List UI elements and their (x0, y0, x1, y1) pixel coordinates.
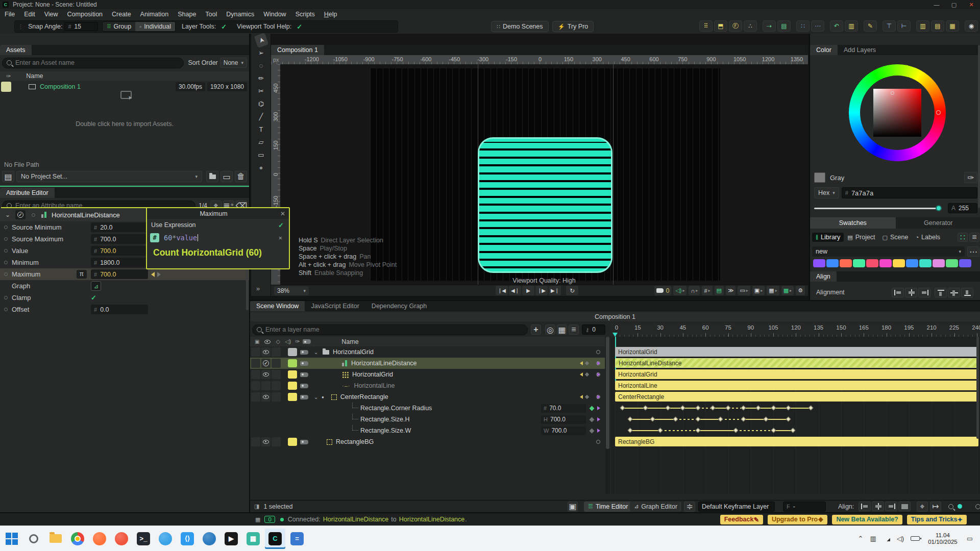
connect-circle[interactable] (4, 237, 8, 241)
keyframe-diamond[interactable] (695, 406, 700, 411)
tag-icon[interactable] (300, 361, 308, 366)
keyframe-diamond[interactable] (695, 417, 700, 422)
autocomplete-suggestion[interactable]: Count HorizontalGrid (60) (153, 247, 289, 258)
whiteboard-icon[interactable]: ▦ (243, 529, 263, 549)
project-set-select[interactable]: No Project Set... ▾ (16, 171, 202, 182)
tray-expand-icon[interactable]: ⌃ (858, 535, 864, 542)
prev-keyframe-icon[interactable] (580, 372, 583, 377)
card-columns-icon[interactable]: ▥ (845, 20, 858, 32)
align-middle-icon[interactable]: ⊢ (897, 20, 911, 32)
kf-align-left-button[interactable] (859, 502, 871, 511)
search-button[interactable] (23, 529, 44, 549)
keyframe-dot-icon[interactable] (585, 372, 589, 377)
lock-cell[interactable] (251, 347, 260, 357)
new-beta-available-button[interactable]: New Beta Available ? (832, 515, 902, 524)
palette-more-button[interactable]: ⋯ (967, 246, 979, 257)
demo-scenes-button[interactable]: ∷ Demo Scenes (491, 21, 549, 32)
layer-row-horizontalline[interactable]: ·–·HorizontalLine (250, 380, 605, 391)
curve-arrow-icon[interactable]: ↶ (830, 20, 843, 32)
keyframe-diamond[interactable] (650, 417, 655, 422)
layer-color-swatch[interactable] (288, 393, 297, 401)
keyframe-diamond[interactable] (808, 406, 814, 411)
drag-grip-icon[interactable]: ⋮ (18, 23, 23, 30)
render-cell[interactable] (272, 347, 281, 357)
menu-item-composition[interactable]: Composition (63, 9, 107, 19)
text-tool[interactable]: T (251, 123, 271, 136)
keyframe-diamond[interactable] (658, 428, 663, 433)
keyframe-diamond[interactable] (771, 428, 776, 433)
dots-row-icon[interactable]: ⋯ (811, 20, 824, 32)
clock[interactable]: 11.04 01/10/2025 (928, 532, 958, 545)
attr-value-field[interactable]: #700.0 (91, 269, 148, 279)
keyframe-diamond[interactable] (786, 417, 791, 422)
menu-item-edit[interactable]: Edit (19, 9, 40, 19)
attr-row-graph[interactable]: Graph⊿ (0, 280, 249, 292)
next-frame-button[interactable]: ❘▶ (535, 286, 548, 295)
scene-tab[interactable]: ▢Scene (879, 233, 912, 242)
menu-item-help[interactable]: Help (320, 9, 342, 19)
align-right-button[interactable] (918, 288, 930, 297)
file-explorer-icon[interactable] (45, 529, 66, 549)
deselect-icon[interactable]: ◨ (254, 503, 259, 510)
graph-curve-button[interactable]: ⊿ (91, 281, 101, 291)
play-button[interactable]: ▶ (522, 286, 534, 295)
dashed-arrow-icon[interactable]: ⇢ (763, 20, 776, 32)
swatch-7[interactable] (906, 259, 918, 267)
render-circle-toggle[interactable] (596, 395, 600, 399)
keyframe-diamond[interactable] (791, 428, 796, 433)
skip-button[interactable]: ≫ (726, 286, 736, 295)
current-frame-field[interactable]: ⚷︎ 0 (582, 324, 605, 335)
keyframe-filter-button[interactable]: ◎ (545, 324, 555, 335)
cube-icon[interactable]: ⬒ (714, 20, 727, 32)
keyframe-diamond[interactable] (741, 417, 746, 422)
tab-add-layers[interactable]: Add Layers (838, 45, 882, 55)
palette-select[interactable]: new▾ (812, 246, 965, 257)
keyframe-diamond-icon[interactable] (590, 428, 595, 433)
audio-tag-badge[interactable]: 0 (654, 286, 672, 295)
next-keyframe-icon[interactable] (597, 417, 600, 421)
lock-cell[interactable] (251, 370, 260, 379)
notification-center-icon[interactable]: ▭ (967, 535, 973, 542)
layer-color-swatch[interactable] (288, 359, 297, 367)
shear-tool[interactable]: ▱ (251, 136, 271, 148)
clear-expression-icon[interactable]: ✕ (279, 234, 282, 241)
menu-item-create[interactable]: Create (107, 9, 136, 19)
swatch-10[interactable] (946, 259, 958, 267)
swatch-5[interactable] (879, 259, 892, 267)
swatch-1[interactable] (826, 259, 839, 267)
pencil-tool[interactable]: ✏ (251, 72, 271, 85)
keyframe-layer-icon-button[interactable]: ≑ (684, 502, 695, 512)
align-top-button[interactable] (935, 288, 947, 297)
track-bar-centerrectangle[interactable]: CenterRectangle (615, 392, 978, 402)
visibility-cell[interactable] (261, 381, 271, 390)
swatch-9[interactable] (933, 259, 945, 267)
alpha-slider-knob[interactable] (936, 205, 942, 211)
connect-circle[interactable] (4, 261, 8, 264)
zoom-level-select[interactable]: 38%▾ (274, 286, 309, 295)
duplicate-button[interactable]: ▦▸ (767, 286, 779, 295)
render-cell[interactable] (272, 359, 281, 368)
layer-color-swatch[interactable] (288, 438, 297, 446)
library-tab[interactable]: ⫼Library (812, 233, 844, 242)
sort-order-select[interactable]: None ▾ (220, 58, 247, 68)
javascript-icon[interactable]: ▦ (255, 516, 260, 523)
attribute-value-field[interactable]: H700.0 (541, 415, 586, 424)
popup-title-bar[interactable]: Maximum ✕ (147, 208, 289, 219)
layer-color-swatch[interactable] (288, 382, 297, 390)
try-pro-button[interactable]: ⚡ Try Pro (552, 21, 594, 32)
tab-dependency-graph[interactable]: Dependency Graph (365, 301, 433, 311)
popup-close-icon[interactable]: ✕ (280, 210, 285, 217)
group-toggle[interactable]: ⠿Group (103, 22, 135, 31)
tab-swatches[interactable]: Swatches (810, 217, 896, 229)
menu-item-shape[interactable]: Shape (173, 9, 201, 19)
layer-color-swatch[interactable] (288, 348, 297, 356)
swatch-3[interactable] (853, 259, 865, 267)
swatch-0[interactable] (813, 259, 825, 267)
node-dots-icon[interactable]: ∷ (796, 20, 810, 32)
next-keyframe-icon[interactable] (597, 406, 600, 410)
tab-attribute-editor[interactable]: Attribute Editor (0, 188, 55, 198)
attribute-value-field[interactable]: #70.0 (541, 404, 586, 413)
keyframe-diamond[interactable] (726, 406, 731, 411)
prev-keyframe-icon[interactable] (580, 361, 583, 365)
magnet-button[interactable]: ∩▸ (689, 286, 700, 295)
